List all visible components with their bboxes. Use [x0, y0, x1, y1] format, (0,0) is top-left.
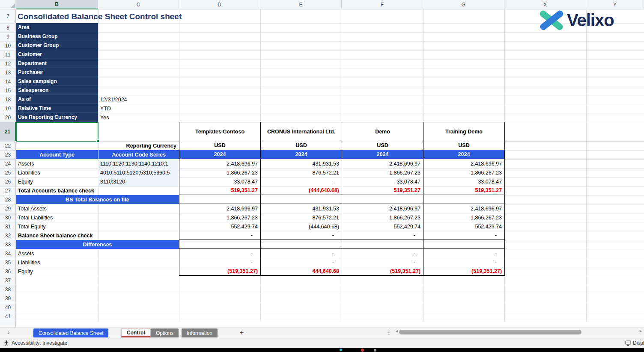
row-header-25[interactable]: 25 — [0, 168, 16, 177]
value-cell[interactable]: 1,866,267.23 — [423, 168, 505, 177]
value-cell[interactable]: 519,351.27 — [342, 186, 423, 195]
value-cell[interactable]: - — [179, 231, 261, 240]
value-cell[interactable]: - — [261, 177, 342, 186]
year-header-cell[interactable]: 2024 — [261, 150, 342, 159]
value-cell[interactable]: 876,572.21 — [261, 213, 342, 222]
value-cell[interactable]: - — [179, 249, 261, 258]
value-cell[interactable]: 1,866,267.23 — [179, 213, 261, 222]
value-cell[interactable]: 2,418,696.97 — [423, 159, 505, 168]
value-cell[interactable]: 444,640.68 — [261, 267, 342, 275]
diff-liabilities-label[interactable]: Liabilities — [16, 258, 179, 267]
value-cell[interactable]: (519,351.27) — [179, 267, 261, 275]
value-cell[interactable]: - — [423, 258, 505, 267]
row-header-24[interactable]: 24 — [0, 159, 16, 168]
year-header-cell[interactable]: 2024 — [423, 150, 505, 159]
value-cell[interactable]: - — [261, 258, 342, 267]
row-header-37[interactable]: 37 — [0, 276, 16, 285]
account-label-assets[interactable]: Assets — [16, 159, 98, 168]
accessibility-status-text[interactable]: Accessibility: Investigate — [12, 340, 67, 346]
row-header-21[interactable]: 21 — [0, 122, 16, 141]
value-cell[interactable]: 1,866,267.23 — [342, 168, 423, 177]
account-codes-equity[interactable]: 3110;3120 — [98, 177, 179, 186]
company-header-cell[interactable]: Demo — [342, 122, 423, 141]
filter-cell-business-group[interactable]: Business Group — [16, 32, 98, 41]
column-header-C[interactable]: C — [98, 0, 179, 9]
scroll-left-icon[interactable]: ◄ — [395, 329, 399, 333]
account-codes-assets[interactable]: 1110;1120;1130;1140;1210;1 — [98, 159, 179, 168]
row-header-41[interactable]: 41 — [0, 312, 16, 321]
row-header-26[interactable]: 26 — [0, 177, 16, 186]
value-cell[interactable]: 1,866,267.23 — [179, 168, 261, 177]
empty-cell[interactable] — [423, 240, 505, 248]
reporting-currency-label[interactable]: Reporting Currency — [98, 141, 179, 150]
setting-value-use-reporting-currency[interactable]: Yes — [98, 113, 179, 122]
value-cell[interactable]: - — [423, 231, 505, 240]
value-cell[interactable]: 876,572.21 — [261, 168, 342, 177]
column-header-F[interactable]: F — [342, 0, 423, 9]
company-header-cell[interactable]: Templates Contoso — [179, 122, 261, 141]
column-header-X[interactable]: X — [504, 0, 586, 9]
row-header-33[interactable]: 33 — [0, 240, 16, 249]
company-header-cell[interactable]: CRONUS International Ltd. — [261, 122, 342, 141]
filter-cell-customer[interactable]: Customer — [16, 50, 98, 59]
tab-control-active[interactable]: Control — [121, 328, 151, 337]
value-cell[interactable]: 2,418,696.97 — [179, 159, 261, 168]
value-cell[interactable]: (519,351.27) — [423, 267, 505, 275]
filter-cell-department[interactable]: Department — [16, 59, 98, 68]
empty-cell[interactable] — [261, 195, 342, 204]
value-cell[interactable]: 552,429.74 — [179, 222, 261, 231]
row-header-32[interactable]: 32 — [0, 231, 16, 240]
page-title[interactable]: Consolidated Balance Sheet Control sheet — [18, 10, 182, 23]
row-header-11[interactable]: 11 — [0, 50, 16, 59]
row-header-12[interactable]: 12 — [0, 59, 16, 68]
value-cell[interactable]: - — [261, 249, 342, 258]
sheet-nav-right-icon[interactable]: › — [8, 329, 10, 336]
account-label-equity[interactable]: Equity — [16, 177, 98, 186]
value-cell[interactable]: - — [342, 249, 423, 258]
more-sheets-icon[interactable]: ⋮ — [385, 329, 391, 336]
row-header-36[interactable]: 36 — [0, 267, 16, 276]
tab-information[interactable]: Information — [182, 328, 218, 337]
value-cell[interactable]: (519,351.27) — [342, 267, 423, 275]
year-header-cell[interactable]: 2024 — [179, 150, 261, 159]
selected-cell-B21[interactable] — [16, 122, 98, 142]
row-header-15[interactable]: 15 — [0, 86, 16, 95]
row-header-20[interactable]: 20 — [0, 113, 16, 122]
tab-options[interactable]: Options — [151, 328, 179, 337]
value-cell[interactable]: 519,351.27 — [179, 186, 261, 195]
row-header-9[interactable]: 9 — [0, 32, 16, 41]
row-header-29[interactable]: 29 — [0, 204, 16, 213]
filter-cell-customer-group[interactable]: Customer Group — [16, 41, 98, 50]
row-header-19[interactable]: 19 — [0, 104, 16, 113]
filter-cell-purchaser[interactable]: Purchaser — [16, 68, 98, 77]
total-accounts-check-label[interactable]: Total Accounts balance check — [16, 186, 179, 195]
value-cell[interactable]: 2,418,696.97 — [342, 204, 423, 213]
setting-value-as-of[interactable]: 12/31/2024 — [98, 95, 179, 104]
setting-label-use-reporting-currency[interactable]: Use Reporting Currency — [16, 113, 98, 122]
row-header-18[interactable]: 18 — [0, 95, 16, 104]
row-header-23[interactable]: 23 — [0, 150, 16, 159]
row-header-38[interactable]: 38 — [0, 285, 16, 294]
select-all-corner[interactable] — [0, 0, 16, 9]
setting-label-relative-time[interactable]: Relative Time — [16, 104, 98, 113]
currency-cell[interactable]: USD — [179, 141, 261, 150]
empty-cell[interactable] — [179, 195, 261, 204]
value-cell[interactable]: 431,931.53 — [261, 159, 342, 168]
column-header-G[interactable]: G — [423, 0, 504, 9]
value-cell[interactable]: 33,078.47 — [423, 177, 505, 186]
value-cell[interactable]: 431,931.53 — [261, 204, 342, 213]
company-header-cell[interactable]: Training Demo — [423, 122, 505, 141]
row-header-30[interactable]: 30 — [0, 213, 16, 222]
diff-assets-label[interactable]: Assets — [16, 249, 179, 258]
value-cell[interactable]: 2,418,696.97 — [179, 204, 261, 213]
row-header-40[interactable]: 40 — [0, 303, 16, 312]
row-header-10[interactable]: 10 — [0, 41, 16, 50]
total-equity-label[interactable]: Total Equity — [16, 222, 179, 231]
filter-cell-area[interactable]: Area — [16, 23, 98, 32]
empty-cell[interactable] — [342, 195, 423, 204]
row-header-28[interactable]: 28 — [0, 195, 16, 204]
setting-value-relative-time[interactable]: YTD — [98, 104, 179, 113]
scroll-right-icon[interactable]: ► — [639, 329, 643, 333]
horizontal-scrollbar-thumb[interactable] — [399, 330, 581, 334]
display-settings-text[interactable]: Displ — [633, 340, 644, 346]
